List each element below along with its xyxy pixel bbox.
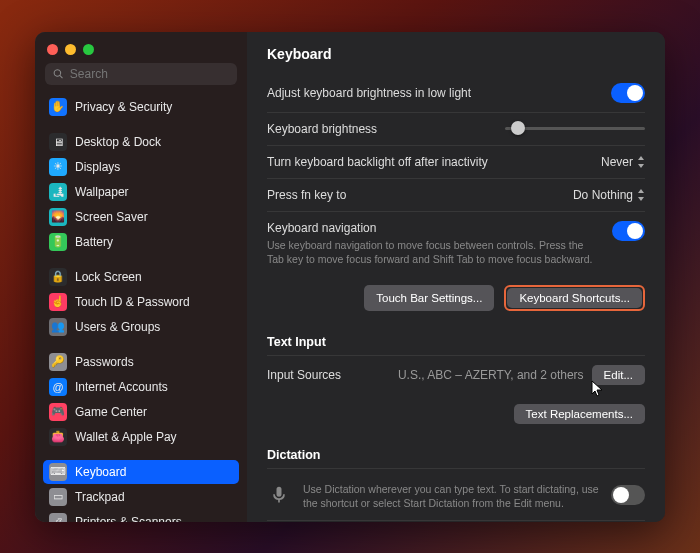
desktop-icon: 🖥 (49, 133, 67, 151)
popup-value: Do Nothing (573, 188, 633, 202)
edit-input-sources-button[interactable]: Edit... (592, 365, 645, 385)
value-input-sources: U.S., ABC – AZERTY, and 2 others (398, 368, 584, 382)
search-field-wrapper[interactable] (45, 63, 237, 85)
close-window-button[interactable] (47, 44, 58, 55)
row-input-sources: Input Sources U.S., ABC – AZERTY, and 2 … (267, 356, 645, 394)
sidebar-item-label: Wallet & Apple Pay (75, 430, 177, 444)
touch-bar-settings-button[interactable]: Touch Bar Settings... (364, 285, 494, 311)
row-fn-key: Press fn key to Do Nothing (267, 179, 645, 211)
sidebar-item-label: Touch ID & Password (75, 295, 190, 309)
sidebar-item-game-center[interactable]: 🎮Game Center (43, 400, 239, 424)
sidebar-item-wallpaper[interactable]: 🏞Wallpaper (43, 180, 239, 204)
label-keyboard-nav: Keyboard navigation (267, 221, 602, 235)
touchid-icon: ☝ (49, 293, 67, 311)
toggle-keyboard-nav[interactable] (612, 221, 645, 241)
sidebar-item-label: Lock Screen (75, 270, 142, 284)
window-controls (35, 32, 247, 63)
dictation-desc: Use Dictation wherever you can type text… (303, 482, 599, 510)
sidebar-item-keyboard[interactable]: ⌨Keyboard (43, 460, 239, 484)
text-replacements-row: Text Replacements... (267, 394, 645, 430)
slider-thumb[interactable] (511, 121, 525, 135)
sidebar-item-label: Keyboard (75, 465, 126, 479)
row-backlight-off: Turn keyboard backlight off after inacti… (267, 146, 645, 178)
toggle-dictation[interactable] (611, 485, 645, 505)
settings-window: ✋Privacy & Security🖥Desktop & Dock☀Displ… (35, 32, 665, 522)
sidebar-item-label: Screen Saver (75, 210, 148, 224)
sidebar-gap (43, 120, 239, 130)
minimize-window-button[interactable] (65, 44, 76, 55)
label-brightness-low-light: Adjust keyboard brightness in low light (267, 86, 471, 100)
sidebar-gap (43, 340, 239, 350)
screensaver-icon: 🌄 (49, 208, 67, 226)
highlight-keyboard-shortcuts: Keyboard Shortcuts... (504, 285, 645, 311)
key-icon: 🔑 (49, 353, 67, 371)
sidebar-item-label: Displays (75, 160, 120, 174)
keyboard-shortcuts-button[interactable]: Keyboard Shortcuts... (507, 288, 642, 308)
sidebar: ✋Privacy & Security🖥Desktop & Dock☀Displ… (35, 32, 247, 522)
sidebar-item-label: Printers & Scanners (75, 515, 182, 522)
keyboard-button-row: Touch Bar Settings... Keyboard Shortcuts… (267, 275, 645, 317)
zoom-window-button[interactable] (83, 44, 94, 55)
popup-fn-key[interactable]: Do Nothing (573, 188, 645, 202)
label-backlight-off: Turn keyboard backlight off after inacti… (267, 155, 488, 169)
sidebar-item-lock-screen[interactable]: 🔒Lock Screen (43, 265, 239, 289)
sidebar-item-label: Desktop & Dock (75, 135, 161, 149)
microphone-icon (267, 483, 291, 507)
row-brightness-low-light: Adjust keyboard brightness in low light (267, 74, 645, 112)
sidebar-item-trackpad[interactable]: ▭Trackpad (43, 485, 239, 509)
wallpaper-icon: 🏞 (49, 183, 67, 201)
sidebar-item-label: Internet Accounts (75, 380, 168, 394)
label-fn-key: Press fn key to (267, 188, 346, 202)
battery-icon: 🔋 (49, 233, 67, 251)
sidebar-item-label: Privacy & Security (75, 100, 172, 114)
sidebar-item-desktop-dock[interactable]: 🖥Desktop & Dock (43, 130, 239, 154)
popup-value: Never (601, 155, 633, 169)
printer-icon: 🖨 (49, 513, 67, 522)
sidebar-item-wallet-apple-pay[interactable]: 👛Wallet & Apple Pay (43, 425, 239, 449)
wallet-icon: 👛 (49, 428, 67, 446)
popup-backlight-off[interactable]: Never (601, 155, 645, 169)
sidebar-item-internet-accounts[interactable]: @Internet Accounts (43, 375, 239, 399)
sidebar-item-battery[interactable]: 🔋Battery (43, 230, 239, 254)
updown-icon (637, 189, 645, 201)
search-icon (53, 68, 64, 80)
gamecenter-icon: 🎮 (49, 403, 67, 421)
sidebar-item-printers-scanners[interactable]: 🖨Printers & Scanners (43, 510, 239, 522)
sidebar-item-label: Game Center (75, 405, 147, 419)
keyboard-icon: ⌨ (49, 463, 67, 481)
sidebar-item-displays[interactable]: ☀Displays (43, 155, 239, 179)
at-icon: @ (49, 378, 67, 396)
search-input[interactable] (70, 67, 229, 81)
lock-icon: 🔒 (49, 268, 67, 286)
section-text-input: Text Input (267, 317, 645, 355)
sub-keyboard-nav: Use keyboard navigation to move focus be… (267, 238, 602, 266)
sidebar-item-privacy-security[interactable]: ✋Privacy & Security (43, 95, 239, 119)
label-keyboard-brightness: Keyboard brightness (267, 122, 377, 136)
toggle-brightness-low-light[interactable] (611, 83, 645, 103)
slider-keyboard-brightness[interactable] (505, 127, 645, 130)
sidebar-item-passwords[interactable]: 🔑Passwords (43, 350, 239, 374)
sidebar-gap (43, 450, 239, 460)
content-scroll[interactable]: Adjust keyboard brightness in low light … (247, 74, 665, 522)
sidebar-item-label: Wallpaper (75, 185, 129, 199)
sidebar-list: ✋Privacy & Security🖥Desktop & Dock☀Displ… (35, 93, 247, 522)
row-keyboard-nav: Keyboard navigation Use keyboard navigat… (267, 212, 645, 275)
page-title: Keyboard (247, 32, 665, 74)
section-dictation: Dictation (267, 430, 645, 468)
sidebar-item-label: Users & Groups (75, 320, 160, 334)
sidebar-item-label: Passwords (75, 355, 134, 369)
sidebar-item-touch-id-password[interactable]: ☝Touch ID & Password (43, 290, 239, 314)
displays-icon: ☀ (49, 158, 67, 176)
sidebar-item-users-groups[interactable]: 👥Users & Groups (43, 315, 239, 339)
sidebar-item-label: Trackpad (75, 490, 125, 504)
hand-icon: ✋ (49, 98, 67, 116)
sidebar-item-screen-saver[interactable]: 🌄Screen Saver (43, 205, 239, 229)
text-replacements-button[interactable]: Text Replacements... (514, 404, 645, 424)
trackpad-icon: ▭ (49, 488, 67, 506)
updown-icon (637, 156, 645, 168)
main-panel: Keyboard Adjust keyboard brightness in l… (247, 32, 665, 522)
row-keyboard-brightness: Keyboard brightness (267, 113, 645, 145)
sidebar-item-label: Battery (75, 235, 113, 249)
sidebar-gap (43, 255, 239, 265)
row-dictation: Use Dictation wherever you can type text… (267, 469, 645, 520)
